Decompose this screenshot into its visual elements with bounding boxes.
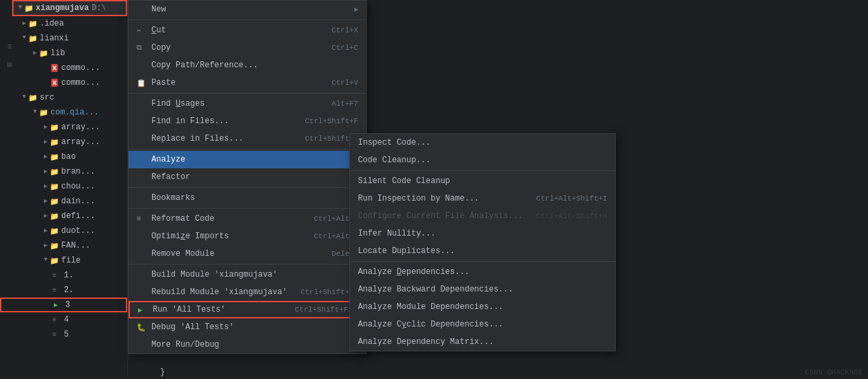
sep6 xyxy=(129,264,366,265)
locateduplicates-label: Locate Duplicates... xyxy=(358,246,607,256)
menu-item-rebuildmodule[interactable]: Rebuild Module 'xiangmujava' Ctrl+Shift+… xyxy=(129,283,366,301)
commo2-label: commo... xyxy=(61,78,100,88)
file-item-3-label: 3 xyxy=(65,300,70,310)
menu-item-removemodule[interactable]: Remove Module Delete xyxy=(129,245,366,263)
submenu-analyzecyclic[interactable]: Analyze Cyclic Dependencies... xyxy=(350,316,615,333)
debugalltests-label: Debug 'All Tests' xyxy=(151,322,358,332)
debugalltests-icon: 🐛 xyxy=(137,323,147,332)
rebuildmodule-label: Rebuild Module 'xiangmujava' xyxy=(151,287,287,297)
root-folder-icon xyxy=(24,3,34,13)
tree-item-dain[interactable]: dain... xyxy=(0,194,127,209)
tree-item-lib[interactable]: lib xyxy=(0,46,127,61)
tree-item-array2[interactable]: array... xyxy=(0,135,127,149)
submenu-analyzemodule[interactable]: Analyze Module Dependencies... xyxy=(350,298,615,316)
submenu-infernullity[interactable]: Infer Nullity... xyxy=(350,225,615,242)
panel-icon-2[interactable]: ⊞ xyxy=(3,58,16,71)
analyzematrix-label: Analyze Dependency Matrix... xyxy=(358,337,607,347)
project-root[interactable]: xiangmujava D:\ xyxy=(12,0,127,16)
submenu-locateduplicates[interactable]: Locate Duplicates... xyxy=(350,242,615,260)
lianxi-label: lianxi xyxy=(40,34,69,43)
tree-item-bao[interactable]: bao xyxy=(0,149,127,164)
copy-label: Copy xyxy=(151,43,318,53)
tree-item-defi[interactable]: defi... xyxy=(0,209,127,223)
panel-icon-1[interactable]: ≡ xyxy=(3,40,16,54)
bran-label: bran... xyxy=(61,167,95,176)
tree-item-src[interactable]: src xyxy=(0,90,127,105)
commo1-label: commo... xyxy=(61,63,100,73)
tree-item-file[interactable]: file xyxy=(0,253,127,268)
bookmarks-label: Bookmarks xyxy=(151,193,349,203)
src-label: src xyxy=(40,93,55,102)
defi-arrow xyxy=(42,212,50,220)
tree-item-commo2[interactable]: commo... xyxy=(0,75,127,90)
tree-item-commo1[interactable]: commo... xyxy=(0,61,127,75)
menu-item-paste[interactable]: 📋 Paste Ctrl+V xyxy=(129,74,366,92)
file-label: file xyxy=(61,256,81,265)
menu-item-morerun[interactable]: More Run/Debug ▶ xyxy=(129,336,366,353)
fan-icon xyxy=(50,241,59,250)
submenu-inspectcode[interactable]: Inspect Code... xyxy=(350,134,615,151)
commo2-icon xyxy=(50,78,59,88)
tree-item-array1[interactable]: array... xyxy=(0,120,127,135)
menu-item-replaceinfiles[interactable]: Replace in Files... Ctrl+Shift+R xyxy=(129,130,366,147)
menu-item-optimizeimports[interactable]: Optimize Imports Ctrl+Alt+O xyxy=(129,228,366,245)
menu-item-new[interactable]: New ▶ xyxy=(129,1,366,18)
analyzecyclic-label: Analyze Cyclic Dependencies... xyxy=(358,320,607,329)
file-arrow xyxy=(42,256,50,265)
file-item-1-label: 1. xyxy=(64,271,73,280)
new-label: New xyxy=(151,5,349,14)
tree-item-duot[interactable]: duot... xyxy=(0,223,127,238)
menu-item-buildmodule[interactable]: Build Module 'xiangmujava' xyxy=(129,266,366,283)
lianxi-arrow xyxy=(20,34,28,42)
reformat-label: Reformat Code xyxy=(151,214,300,223)
menu-item-cut[interactable]: ✂ Cut Ctrl+X xyxy=(129,22,366,39)
dain-label: dain... xyxy=(61,197,95,206)
cut-shortcut: Ctrl+X xyxy=(332,26,359,34)
menu-item-runalltests[interactable]: ▶ Run 'All Tests' Ctrl+Shift+F10 xyxy=(129,301,366,318)
comqia-icon xyxy=(39,108,48,117)
fan-arrow xyxy=(42,242,50,250)
defi-label: defi... xyxy=(61,211,95,221)
root-label: xiangmujava xyxy=(36,3,89,13)
file-item-4[interactable]: ≡ 4 xyxy=(0,312,127,327)
tree-item-lianxi[interactable]: lianxi xyxy=(0,31,127,46)
findusages-shortcut: Alt+F7 xyxy=(332,100,359,108)
menu-item-copy[interactable]: ⧉ Copy Ctrl+C xyxy=(129,39,366,57)
sub-sep1 xyxy=(350,170,615,171)
tree-item-idea[interactable]: .idea xyxy=(0,16,127,31)
idea-arrow xyxy=(20,20,28,28)
menu-item-reformat[interactable]: ≡ Reformat Code Ctrl+Alt+L xyxy=(129,210,366,228)
submenu-configurecurrent[interactable]: Configure Current File Analysis... Ctrl+… xyxy=(350,207,615,225)
runalltests-shortcut: Ctrl+Shift+F10 xyxy=(295,306,357,314)
tree-item-chou[interactable]: chou... xyxy=(0,179,127,194)
menu-item-bookmarks[interactable]: Bookmarks ▶ xyxy=(129,189,366,207)
file-item-5[interactable]: ≡ 5 xyxy=(0,327,127,342)
submenu-codecleanup[interactable]: Code Cleanup... xyxy=(350,151,615,169)
analyze-label: Analyze xyxy=(151,155,349,164)
menu-item-analyze[interactable]: Analyze ▶ xyxy=(129,151,366,168)
menu-item-copypath[interactable]: Copy Path/Reference... xyxy=(129,57,366,74)
submenu-silentcleanup[interactable]: Silent Code Cleanup xyxy=(350,172,615,190)
copy-icon: ⧉ xyxy=(137,44,147,52)
submenu-analyzematrix[interactable]: Analyze Dependency Matrix... xyxy=(350,333,615,351)
menu-item-findinfiles[interactable]: Find in Files... Ctrl+Shift+F xyxy=(129,112,366,130)
menu-item-findusages[interactable]: Find Usages Alt+F7 xyxy=(129,95,366,112)
tree-item-comqia[interactable]: com.qia... xyxy=(0,105,127,120)
menu-item-debugalltests[interactable]: 🐛 Debug 'All Tests' xyxy=(129,318,366,336)
tree-item-fan[interactable]: FAN... xyxy=(0,238,127,253)
menu-item-refactor[interactable]: Refactor ▶ xyxy=(129,168,366,186)
tree-item-bran[interactable]: bran... xyxy=(0,164,127,179)
sep5 xyxy=(129,208,366,209)
lib-arrow xyxy=(31,49,39,57)
dain-arrow xyxy=(42,197,50,205)
file-item-3[interactable]: ▶ 3 xyxy=(0,298,127,312)
file-item-2[interactable]: ≡ 2. xyxy=(0,283,127,298)
submenu-analyzedeps[interactable]: Analyze Dependencies... xyxy=(350,263,615,281)
copy-shortcut: Ctrl+C xyxy=(332,44,359,52)
chou-arrow xyxy=(42,182,50,191)
array2-label: array... xyxy=(61,137,100,147)
submenu-runinspection[interactable]: Run Inspection by Name... Ctrl+Alt+Shift… xyxy=(350,190,615,207)
file-item-1[interactable]: ≡ 1. xyxy=(0,268,127,283)
submenu-analyzebackward[interactable]: Analyze Backward Dependencies... xyxy=(350,281,615,298)
lianxi-icon xyxy=(28,34,38,43)
